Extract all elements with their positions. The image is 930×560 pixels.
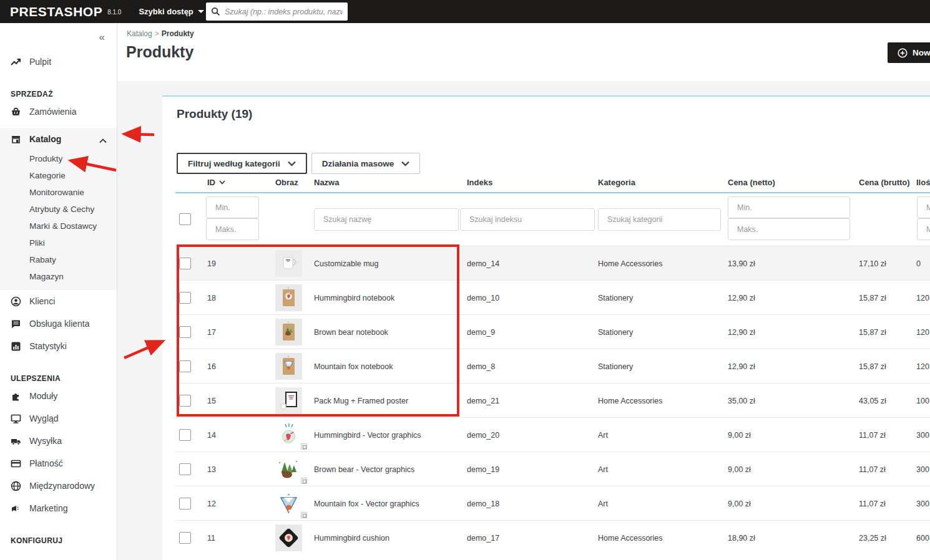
- row-checkbox[interactable]: [179, 532, 191, 544]
- index-filter-input[interactable]: [460, 208, 595, 231]
- cell-price-net: 13,90 zł: [728, 259, 755, 268]
- shopping-basket-icon: [11, 107, 21, 117]
- sidebar-item-label: Moduły: [29, 391, 57, 401]
- column-header-category[interactable]: Kategoria: [598, 178, 635, 187]
- column-header-id[interactable]: ID: [207, 178, 225, 187]
- sidebar-subitem-monitorowanie[interactable]: Monitorowanie: [0, 184, 117, 201]
- new-product-button[interactable]: Nowy: [888, 42, 930, 63]
- row-checkbox[interactable]: [179, 292, 191, 304]
- id-max-filter-input[interactable]: [206, 218, 259, 240]
- sidebar-item-klienci[interactable]: Klienci: [0, 290, 117, 312]
- row-checkbox[interactable]: [179, 429, 191, 441]
- sidebar-item-międzynarodowy[interactable]: Międzynarodowy: [0, 475, 117, 497]
- sidebar-subitem-rabaty[interactable]: Rabaty: [0, 251, 117, 268]
- cell-category: Home Accessories: [598, 259, 663, 268]
- collapse-sidebar-icon[interactable]: «: [99, 31, 105, 44]
- bulk-actions-button[interactable]: Działania masowe: [311, 153, 421, 174]
- column-header-price-gross[interactable]: Cena (brutto): [859, 178, 910, 187]
- price-min-filter-input[interactable]: [728, 196, 850, 218]
- category-filter-input[interactable]: [598, 208, 721, 231]
- row-checkbox[interactable]: [179, 326, 191, 338]
- cell-name[interactable]: Mountain fox - Vector graphics: [314, 500, 419, 508]
- sidebar-item-label: Statystyki: [29, 341, 67, 351]
- plus-circle-icon: [898, 48, 908, 58]
- table-row: 14 Hummingbird - Vector graphics demo_20…: [175, 417, 930, 451]
- row-checkbox[interactable]: [179, 498, 191, 509]
- sidebar-subitem-magazyn[interactable]: Magazyn: [0, 268, 117, 285]
- attachment-badge-icon: [301, 478, 307, 484]
- price-max-filter-input[interactable]: [728, 218, 850, 240]
- breadcrumb-parent[interactable]: Katalog: [127, 29, 152, 38]
- cell-quantity: 300: [916, 500, 929, 508]
- cell-name[interactable]: Pack Mug + Framed poster: [314, 397, 408, 405]
- table-row: 17 Brown bear notebook demo_9 Stationery…: [175, 314, 930, 349]
- sort-chevron-icon[interactable]: [219, 180, 225, 185]
- top-bar: PRESTASHOP 8.1.0 Szybki dostęp: [0, 0, 930, 23]
- sidebar-item-katalog[interactable]: Katalog: [0, 128, 117, 150]
- sidebar-item-obsługa-klienta[interactable]: Obsługa klienta: [0, 312, 117, 335]
- row-checkbox[interactable]: [179, 360, 191, 372]
- cell-price-net: 9,00 zł: [728, 431, 751, 440]
- sidebar-item-marketing[interactable]: Marketing: [0, 497, 117, 519]
- column-header-name[interactable]: Nazwa: [314, 178, 339, 187]
- sidebar-item-moduły[interactable]: Moduły: [0, 385, 117, 407]
- chevron-down-icon: [198, 10, 204, 13]
- column-header-quantity[interactable]: Ilość: [916, 178, 930, 187]
- filter-by-category-button[interactable]: Filtruj według kategorii: [177, 153, 307, 174]
- sidebar-item-zamówienia[interactable]: Zamówienia: [0, 100, 117, 123]
- sidebar-item-płatność[interactable]: Płatność: [0, 452, 117, 475]
- sidebar-item-label: Marketing: [29, 503, 67, 513]
- cell-name[interactable]: Hummingbird notebook: [314, 294, 394, 302]
- cell-name[interactable]: Customizable mug: [314, 259, 379, 268]
- select-all-checkbox[interactable]: [179, 213, 191, 225]
- cell-name[interactable]: Brown bear - Vector graphics: [314, 465, 414, 474]
- store-icon: [11, 134, 21, 145]
- cell-category: Stationery: [598, 294, 633, 302]
- row-checkbox[interactable]: [179, 463, 191, 475]
- column-header-index[interactable]: Indeks: [467, 178, 492, 187]
- cell-id: 16: [207, 362, 216, 371]
- table-body: 19 Customizable mug demo_14 Home Accesso…: [175, 246, 930, 554]
- row-checkbox[interactable]: [179, 258, 191, 269]
- cell-category: Home Accessories: [598, 534, 663, 543]
- sidebar-item-pulpit[interactable]: Pulpit: [0, 51, 117, 73]
- quantity-max-filter-input[interactable]: [917, 218, 930, 240]
- cell-name[interactable]: Brown bear notebook: [314, 328, 388, 337]
- cell-index: demo_10: [467, 294, 499, 302]
- cell-price-net: 12,90 zł: [728, 294, 755, 302]
- sidebar-subitem-atrybuty-cechy[interactable]: Atrybuty & Cechy: [0, 201, 117, 218]
- sidebar-item-label: Katalog: [29, 134, 61, 144]
- breadcrumb-current: Produkty: [162, 29, 194, 38]
- sidebar-subitem-pliki[interactable]: Pliki: [0, 234, 117, 251]
- search-input[interactable]: [225, 7, 343, 16]
- quantity-min-filter-input[interactable]: [917, 196, 930, 218]
- cell-name[interactable]: Hummingbird - Vector graphics: [314, 431, 421, 440]
- cell-quantity: 0: [916, 259, 921, 268]
- quick-access-menu[interactable]: Szybki dostęp: [139, 7, 203, 16]
- id-min-filter-input[interactable]: [206, 196, 259, 218]
- sidebar-subitem-produkty[interactable]: Produkty: [0, 150, 117, 167]
- sidebar-subitem-marki-dostawcy[interactable]: Marki & Dostawcy: [0, 218, 117, 234]
- table-row: 16 Mountain fox notebook demo_8 Statione…: [175, 349, 930, 383]
- cell-quantity: 120: [916, 362, 929, 371]
- hummingbird-notebook-thumbnail: [275, 284, 302, 311]
- cell-name[interactable]: Hummingbird cushion: [314, 534, 389, 543]
- cell-price-gross: 43,05 zł: [859, 397, 886, 405]
- cell-price-gross: 23,25 zł: [859, 534, 886, 543]
- table-row: 18 Hummingbird notebook demo_10 Statione…: [175, 280, 930, 314]
- cell-price-gross: 17,10 zł: [859, 259, 886, 268]
- sidebar-item-statystyki[interactable]: Statystyki: [0, 335, 117, 357]
- cell-id: 11: [207, 534, 215, 543]
- cell-name[interactable]: Mountain fox notebook: [314, 362, 393, 371]
- mountain-fox-vector-thumbnail: [275, 490, 302, 517]
- name-filter-input[interactable]: [314, 208, 459, 231]
- monitor-icon: [11, 413, 21, 424]
- sidebar-item-wygląd[interactable]: Wygląd: [0, 407, 117, 430]
- sidebar-subitem-kategorie[interactable]: Kategorie: [0, 167, 117, 184]
- megaphone-icon: [11, 503, 21, 514]
- cell-price-gross: 15,87 zł: [859, 328, 886, 337]
- row-checkbox[interactable]: [179, 395, 191, 407]
- column-header-price-net[interactable]: Cena (netto): [728, 178, 775, 187]
- sidebar-item-wysyłka[interactable]: Wysyłka: [0, 430, 117, 452]
- cell-price-net: 9,00 zł: [728, 500, 751, 508]
